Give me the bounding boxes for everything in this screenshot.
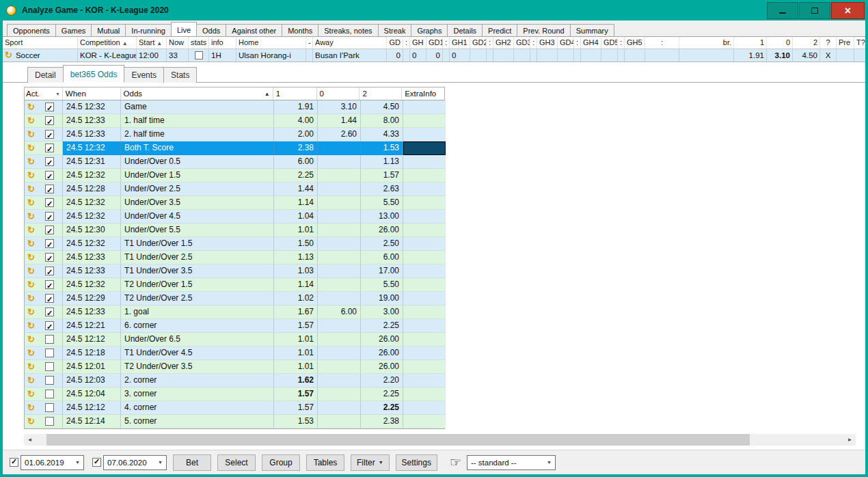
odds-row[interactable]: ↻24.5 12:32Under/Over 1.52.251.57 bbox=[25, 169, 444, 182]
open-game-icon[interactable]: ↻ bbox=[27, 280, 35, 289]
preset-select[interactable]: -- standard -- ▼ bbox=[467, 455, 556, 470]
tab-months[interactable]: Months bbox=[282, 24, 318, 37]
header-0[interactable]: 0 bbox=[317, 87, 360, 100]
row-active-checkbox[interactable] bbox=[45, 403, 54, 412]
header-odds[interactable]: Odds ▲ bbox=[121, 87, 273, 100]
open-game-icon[interactable]: ↻ bbox=[27, 308, 35, 316]
date-to-checkbox[interactable] bbox=[92, 458, 101, 467]
games-col-gh5[interactable]: GH5 bbox=[625, 37, 645, 49]
tab-odds[interactable]: Odds bbox=[196, 24, 226, 37]
open-game-icon[interactable]: ↻ bbox=[27, 226, 35, 234]
row-active-checkbox[interactable] bbox=[45, 212, 54, 221]
games-col-gd3[interactable]: GD3 bbox=[514, 37, 530, 49]
tab-against-other[interactable]: Against other bbox=[226, 24, 282, 37]
games-col-stats[interactable]: stats bbox=[189, 37, 209, 49]
scroll-thumb[interactable] bbox=[46, 434, 750, 446]
games-col-gh2[interactable]: GH2 bbox=[493, 37, 514, 49]
games-col-sep-13[interactable]: : bbox=[443, 37, 450, 49]
tab-in-running[interactable]: In-running bbox=[125, 24, 172, 37]
odds-row[interactable]: ↻24.5 12:124. corner1.572.25 bbox=[25, 401, 444, 415]
button-bet[interactable]: Bet bbox=[173, 454, 211, 471]
close-button[interactable]: × bbox=[831, 2, 865, 19]
open-game-icon[interactable]: ↻ bbox=[27, 335, 35, 344]
open-game-icon[interactable]: ↻ bbox=[27, 253, 35, 262]
header-extrainfo[interactable]: ExtraInfo bbox=[402, 87, 444, 100]
games-col-gd4[interactable]: GD4 bbox=[558, 37, 574, 49]
scroll-track[interactable] bbox=[36, 434, 844, 446]
open-game-icon[interactable]: ↻ bbox=[27, 212, 35, 221]
open-game-icon[interactable]: ↻ bbox=[27, 417, 35, 426]
row-active-checkbox[interactable] bbox=[45, 116, 54, 125]
row-active-checkbox[interactable] bbox=[45, 253, 54, 262]
subtab-bet365-odds[interactable]: bet365 Odds bbox=[63, 65, 125, 83]
odds-row[interactable]: ↻24.5 12:33T1 Under/Over 2.51.136.00 bbox=[25, 251, 444, 264]
open-game-icon[interactable]: ↻ bbox=[27, 267, 35, 275]
row-active-checkbox[interactable] bbox=[45, 376, 54, 385]
odds-row[interactable]: ↻24.5 12:32T2 Under/Over 1.51.145.50 bbox=[25, 278, 444, 292]
odds-row[interactable]: ↻24.5 12:216. corner1.572.25 bbox=[25, 319, 444, 333]
games-col-t[interactable]: T? bbox=[854, 37, 865, 49]
tab-mutual[interactable]: Mutual bbox=[91, 24, 126, 37]
games-col-info[interactable]: info bbox=[209, 37, 236, 49]
games-col-gh4[interactable]: GH4 bbox=[581, 37, 601, 49]
games-col-sep-25[interactable]: : bbox=[618, 37, 625, 49]
row-active-checkbox[interactable] bbox=[45, 308, 54, 316]
games-col-sep-16[interactable]: : bbox=[487, 37, 493, 49]
header-2[interactable]: 2 bbox=[360, 87, 402, 100]
open-game-icon[interactable]: ↻ bbox=[27, 362, 35, 371]
horizontal-scrollbar[interactable]: ◄ ► bbox=[24, 434, 856, 446]
subtab-events[interactable]: Events bbox=[124, 67, 164, 83]
odds-row[interactable]: ↻24.5 12:28Under/Over 2.51.442.63 bbox=[25, 182, 444, 196]
button-settings[interactable]: Settings bbox=[396, 454, 437, 471]
games-col-gd[interactable]: GD bbox=[387, 37, 403, 49]
games-col-1[interactable]: 1 bbox=[734, 37, 767, 49]
open-game-icon[interactable]: ↻ bbox=[27, 349, 35, 357]
games-col-0[interactable]: 0 bbox=[767, 37, 793, 49]
open-game-icon[interactable]: ↻ bbox=[27, 239, 35, 248]
minimize-button[interactable] bbox=[767, 2, 798, 19]
odds-row[interactable]: ↻24.5 12:01T2 Under/Over 3.51.0126.00 bbox=[25, 360, 444, 374]
odds-row[interactable]: ↻24.5 12:12Under/Over 6.51.0126.00 bbox=[25, 333, 444, 346]
games-col-2[interactable]: 2 bbox=[793, 37, 820, 49]
odds-row[interactable]: ↻24.5 12:33T1 Under/Over 3.51.0317.00 bbox=[25, 264, 444, 278]
games-col-sep-7[interactable]: - bbox=[306, 37, 313, 49]
filter-dropdown-icon[interactable]: ▼ bbox=[55, 92, 61, 96]
open-game-icon[interactable]: ↻ bbox=[27, 171, 35, 180]
odds-row[interactable]: ↻24.5 12:29T2 Under/Over 2.51.0219.00 bbox=[25, 292, 444, 305]
date-to-select[interactable]: 07.06.2020 ▼ bbox=[103, 455, 167, 470]
header-act[interactable]: Act. ▼ bbox=[25, 87, 63, 100]
games-col-gd1[interactable]: GD1 bbox=[426, 37, 443, 49]
games-col-pre[interactable]: Pre bbox=[837, 37, 854, 49]
odds-row[interactable]: ↻24.5 12:043. corner1.572.25 bbox=[25, 387, 444, 401]
tab-games[interactable]: Games bbox=[55, 24, 92, 37]
games-col-gh1[interactable]: GH1 bbox=[450, 37, 470, 49]
odds-row[interactable]: ↻24.5 12:331. goal1.676.003.00 bbox=[25, 305, 444, 319]
games-col-away[interactable]: Away bbox=[313, 37, 387, 49]
games-col-start[interactable]: Start▲ bbox=[137, 37, 167, 49]
row-active-checkbox[interactable] bbox=[45, 239, 54, 248]
tab-details[interactable]: Details bbox=[447, 24, 483, 37]
scroll-left-arrow[interactable]: ◄ bbox=[24, 434, 36, 446]
subtab-stats[interactable]: Stats bbox=[163, 67, 197, 83]
games-col-sep-32[interactable]: ? bbox=[820, 37, 837, 49]
open-game-icon[interactable]: ↻ bbox=[27, 103, 35, 111]
row-active-checkbox[interactable] bbox=[45, 226, 54, 234]
game-row[interactable]: ↻SoccerKOR - K-League12:00331HUlsan Hora… bbox=[3, 49, 865, 62]
tab-prev-round[interactable]: Prev. Round bbox=[517, 24, 570, 37]
date-from-select[interactable]: 01.06.2019 ▼ bbox=[21, 455, 84, 470]
game-stats-checkbox[interactable] bbox=[195, 51, 203, 59]
tab-graphs[interactable]: Graphs bbox=[411, 24, 448, 37]
row-active-checkbox[interactable] bbox=[45, 267, 54, 275]
row-active-checkbox[interactable] bbox=[45, 362, 54, 371]
games-col-br[interactable]: br. bbox=[679, 37, 734, 49]
odds-row[interactable]: ↻24.5 12:332. half time2.002.604.33 bbox=[25, 128, 444, 141]
row-active-checkbox[interactable] bbox=[45, 157, 54, 166]
open-game-icon[interactable]: ↻ bbox=[27, 403, 35, 412]
row-active-checkbox[interactable] bbox=[45, 390, 54, 398]
games-col-sep-22[interactable]: : bbox=[574, 37, 581, 49]
row-active-checkbox[interactable] bbox=[45, 171, 54, 180]
games-col-home[interactable]: Home bbox=[236, 37, 306, 49]
header-when[interactable]: When bbox=[63, 87, 121, 100]
open-game-icon[interactable]: ↻ bbox=[27, 390, 35, 398]
open-game-icon[interactable]: ↻ bbox=[27, 321, 35, 330]
